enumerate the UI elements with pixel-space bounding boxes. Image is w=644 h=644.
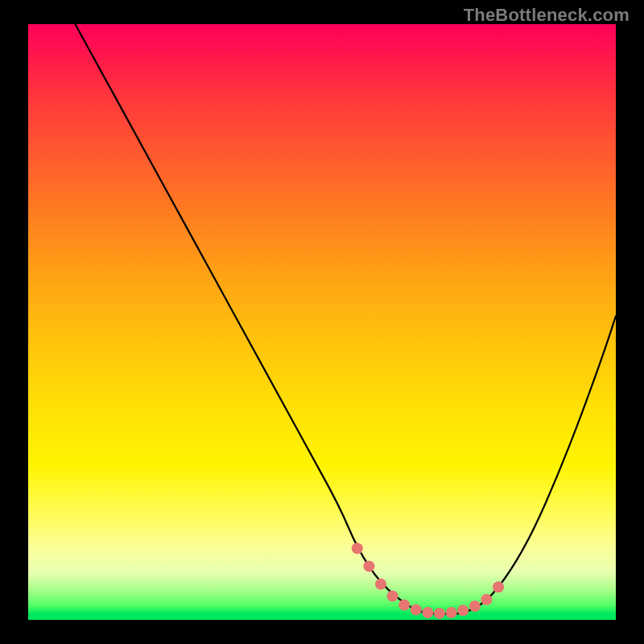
marker-dot xyxy=(375,579,386,590)
marker-dot xyxy=(422,607,433,618)
marker-dot xyxy=(398,600,410,611)
marker-dot xyxy=(387,590,398,601)
marker-dot xyxy=(446,607,457,618)
marker-dot xyxy=(434,608,445,619)
curve-layer xyxy=(28,24,616,620)
marker-dot xyxy=(493,581,504,592)
bottleneck-curve xyxy=(75,24,616,614)
chart-stage: TheBottleneck.com xyxy=(0,0,644,644)
marker-dot xyxy=(481,594,492,605)
watermark-text: TheBottleneck.com xyxy=(464,5,630,26)
marker-dot xyxy=(469,601,481,612)
marker-dot xyxy=(457,605,469,616)
marker-dot xyxy=(352,543,363,554)
marker-dot xyxy=(411,604,422,615)
highlight-markers xyxy=(352,543,504,619)
marker-dot xyxy=(363,560,374,572)
plot-area xyxy=(28,24,616,620)
